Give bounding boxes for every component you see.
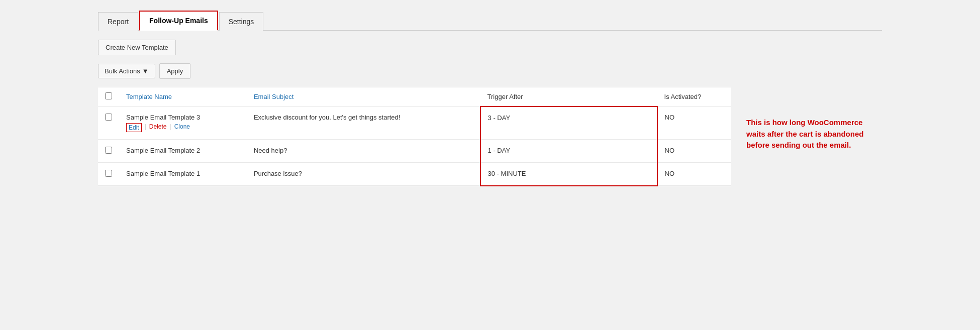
row-actions: Edit | Delete | Clone xyxy=(126,123,240,132)
select-all-checkbox[interactable] xyxy=(105,92,112,99)
row-trigger-cell: 30 - MINUTE xyxy=(480,163,557,186)
tabs-bar: Report Follow-Up Emails Settings xyxy=(98,10,882,31)
table-row: Sample Email Template 3 Edit | Delete | … xyxy=(98,106,731,140)
main-content: Template Name Email Subject Trigger Afte… xyxy=(98,87,882,186)
col-checkbox xyxy=(98,87,119,106)
row-subject-cell: Exclusive discount for you. Let's get th… xyxy=(247,106,480,140)
row-checkbox[interactable] xyxy=(105,114,112,121)
row-activated-cell: NO xyxy=(657,106,731,140)
col-spacer xyxy=(557,87,657,106)
create-new-template-button[interactable]: Create New Template xyxy=(98,40,176,55)
row-subject-cell: Need help? xyxy=(247,140,480,163)
template-name: Sample Email Template 3 xyxy=(126,114,240,121)
row-template-name-cell: Sample Email Template 1 xyxy=(119,163,247,186)
trigger-value: 3 - DAY xyxy=(488,114,511,122)
row-spacer-cell xyxy=(557,140,657,163)
bulk-actions-dropdown[interactable]: Bulk Actions ▼ xyxy=(98,64,155,78)
row-trigger-cell: 1 - DAY xyxy=(480,140,557,163)
table-wrapper: Template Name Email Subject Trigger Afte… xyxy=(98,87,731,186)
tab-report[interactable]: Report xyxy=(98,12,138,31)
row-checkbox[interactable] xyxy=(105,147,112,154)
page-container: Report Follow-Up Emails Settings Create … xyxy=(98,10,882,186)
templates-table: Template Name Email Subject Trigger Afte… xyxy=(98,87,731,186)
edit-action[interactable]: Edit xyxy=(126,123,142,132)
trigger-value: 30 - MINUTE xyxy=(488,170,526,177)
col-trigger-after: Trigger After xyxy=(480,87,557,106)
toolbar-row: Create New Template xyxy=(98,40,882,55)
table-row: Sample Email Template 1 Purchase issue? … xyxy=(98,163,731,186)
template-name: Sample Email Template 1 xyxy=(126,170,240,177)
row-checkbox-cell xyxy=(98,163,119,186)
clone-action[interactable]: Clone xyxy=(174,123,190,132)
trigger-value: 1 - DAY xyxy=(488,147,511,154)
row-checkbox-cell xyxy=(98,140,119,163)
bulk-actions-row: Bulk Actions ▼ Apply xyxy=(98,63,882,79)
callout-text: This is how long WooCommerce waits after… xyxy=(741,117,882,151)
row-template-name-cell: Sample Email Template 2 xyxy=(119,140,247,163)
row-activated-cell: NO xyxy=(657,140,731,163)
dropdown-arrow-icon: ▼ xyxy=(142,67,149,75)
row-spacer-cell xyxy=(557,163,657,186)
table-row: Sample Email Template 2 Need help? 1 - D… xyxy=(98,140,731,163)
row-checkbox[interactable] xyxy=(105,170,112,177)
template-name: Sample Email Template 2 xyxy=(126,147,240,154)
row-trigger-cell: 3 - DAY xyxy=(480,106,557,140)
tab-followup-emails[interactable]: Follow-Up Emails xyxy=(139,11,218,31)
row-activated-cell: NO xyxy=(657,163,731,186)
apply-button[interactable]: Apply xyxy=(159,63,191,79)
col-email-subject[interactable]: Email Subject xyxy=(247,87,480,106)
row-subject-cell: Purchase issue? xyxy=(247,163,480,186)
bulk-actions-label: Bulk Actions xyxy=(105,67,140,75)
delete-action[interactable]: Delete xyxy=(149,123,167,132)
col-template-name[interactable]: Template Name xyxy=(119,87,247,106)
row-template-name-cell: Sample Email Template 3 Edit | Delete | … xyxy=(119,106,247,140)
row-checkbox-cell xyxy=(98,106,119,140)
col-is-activated: Is Activated? xyxy=(657,87,731,106)
row-spacer-cell xyxy=(557,106,657,140)
tab-settings[interactable]: Settings xyxy=(219,12,264,31)
